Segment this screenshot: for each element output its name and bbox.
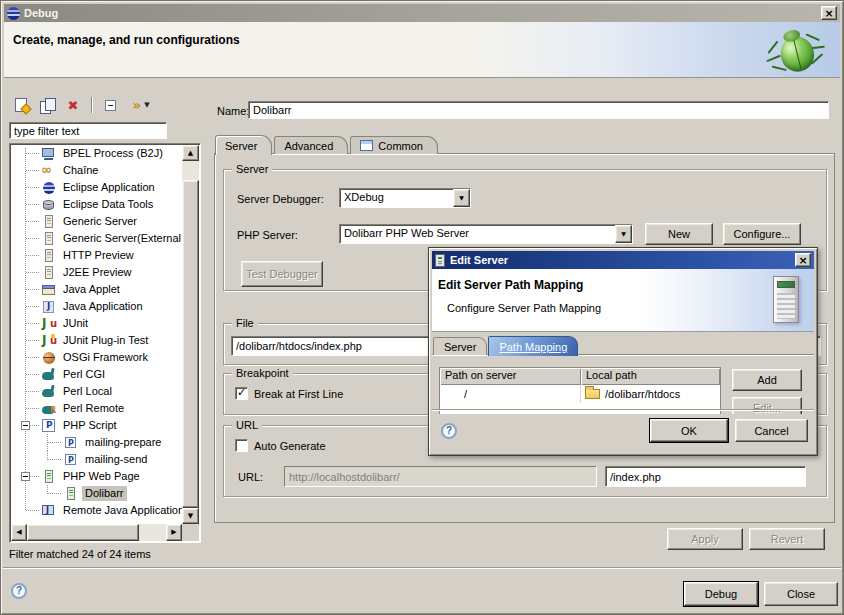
new-configuration-button[interactable]	[9, 94, 33, 116]
help-icon: ?	[446, 425, 452, 437]
tree-item-junit-plug-in-test[interactable]: JUnit Plug-in Test	[11, 332, 183, 349]
dropdown-icon: ▼	[621, 231, 626, 237]
tree-item-java-applet[interactable]: Java Applet	[11, 281, 183, 298]
tree-item-mailing-send[interactable]: mailing-send	[11, 451, 183, 468]
url-path-input[interactable]	[605, 466, 806, 487]
tree-item-label: Eclipse Application	[60, 180, 158, 195]
tree-item-eclipse-data-tools[interactable]: Eclipse Data Tools	[11, 196, 183, 213]
tree-viewport[interactable]: BPEL Process (B2J)ChaîneEclipse Applicat…	[11, 145, 183, 524]
break-at-first-line-checkbox[interactable]: ✓	[235, 387, 248, 400]
database-icon	[41, 197, 57, 213]
tree-item-mailing-prepare[interactable]: mailing-prepare	[11, 434, 183, 451]
collapse-toggle[interactable]	[21, 421, 30, 430]
help-button[interactable]: ?	[11, 583, 27, 599]
path-mapping-table[interactable]: Path on server Local path //dolibarr/htd…	[439, 367, 721, 414]
check-icon: ✓	[237, 387, 246, 398]
debug-button[interactable]: Debug	[684, 582, 758, 606]
dialog-tabs: Server Path Mapping	[433, 334, 578, 355]
tree-item-osgi-framework[interactable]: OSGi Framework	[11, 349, 183, 366]
collapse-all-icon	[105, 100, 116, 111]
collapse-all-button[interactable]	[98, 94, 122, 116]
configuration-name-input[interactable]	[248, 101, 829, 119]
debug-bug-icon	[761, 20, 829, 83]
window-close-button[interactable]: ×	[821, 6, 837, 20]
ok-button[interactable]: OK	[650, 419, 728, 442]
tree-item-java-application[interactable]: Java Application	[11, 298, 183, 315]
down-arrow-icon: ▼	[188, 513, 193, 520]
chain-icon	[41, 163, 57, 179]
duplicate-configuration-button[interactable]	[35, 94, 59, 116]
php-server-combo[interactable]: Dolibarr PHP Web Server ▼	[339, 224, 633, 244]
perl-icon	[41, 384, 57, 400]
tab-common[interactable]: Common	[350, 136, 438, 154]
duplicate-icon	[40, 98, 55, 113]
scroll-right-button[interactable]: ▶	[166, 524, 182, 541]
combo-dropdown-button[interactable]: ▼	[453, 189, 470, 207]
tree-vertical-scrollbar[interactable]: ▲ ▼	[182, 145, 199, 524]
configuration-tabs: Server Advanced Common	[215, 134, 438, 154]
tree-item-perl-local[interactable]: Perl Local	[11, 383, 183, 400]
tree-item-label: Generic Server(External La	[60, 231, 183, 246]
tree-item-http-preview[interactable]: HTTP Preview	[11, 247, 183, 264]
dialog-title: Edit Server	[450, 254, 790, 266]
collapse-toggle[interactable]	[21, 472, 30, 481]
tree-guide-line	[47, 485, 48, 494]
server-debugger-combo[interactable]: XDebug ▼	[339, 188, 471, 208]
dialog-tab-path-mapping[interactable]: Path Mapping	[488, 336, 578, 356]
breakpoint-group-legend: Breakpoint	[232, 367, 293, 379]
auto-generate-checkbox[interactable]: ✓	[235, 439, 248, 452]
server-icon	[41, 265, 57, 281]
column-local-path[interactable]: Local path	[581, 368, 720, 385]
scroll-left-button[interactable]: ◀	[11, 524, 27, 541]
tree-item-generic-server[interactable]: Generic Server	[11, 213, 183, 230]
tree-item-php-script[interactable]: PHP Script	[11, 417, 183, 434]
configure-server-button[interactable]: Configure...	[723, 223, 801, 245]
tree-item-dolibarr[interactable]: Dolibarr	[11, 485, 183, 502]
tree-item-bpel-process-b2j[interactable]: BPEL Process (B2J)	[11, 145, 183, 162]
tree-item-label: Chaîne	[60, 163, 101, 178]
filter-launch-configurations-button[interactable]: » ▼	[124, 94, 158, 116]
up-arrow-icon: ▲	[188, 150, 193, 157]
combo-dropdown-button[interactable]: ▼	[615, 225, 632, 243]
tree-item-label: Java Application	[60, 299, 146, 314]
auto-generate-label: Auto Generate	[254, 440, 326, 452]
scroll-up-button[interactable]: ▲	[182, 145, 199, 161]
tree-item-label: OSGi Framework	[60, 350, 151, 365]
new-configuration-icon	[15, 98, 27, 112]
tree-item-eclipse-application[interactable]: Eclipse Application	[11, 179, 183, 196]
tree-item-label: PHP Script	[60, 418, 120, 433]
vertical-scroll-thumb[interactable]	[182, 180, 199, 508]
left-arrow-icon: ◀	[16, 529, 21, 536]
tree-horizontal-scrollbar[interactable]: ◀ ▶	[11, 524, 182, 541]
tree-item-php-web-page[interactable]: PHP Web Page	[11, 468, 183, 485]
tree-item-label: Perl CGI	[60, 367, 108, 382]
file-group-legend: File	[232, 317, 258, 329]
dialog-tab-server[interactable]: Server	[433, 337, 487, 355]
path-mapping-row[interactable]: //dolibarr/htdocs	[440, 385, 720, 403]
delete-configuration-button[interactable]: ✖	[61, 94, 85, 116]
tab-advanced[interactable]: Advanced	[274, 136, 348, 154]
server-icon	[41, 214, 57, 230]
horizontal-scroll-thumb[interactable]	[27, 524, 139, 541]
server-tower-icon	[773, 276, 799, 323]
dialog-close-button[interactable]: ×	[795, 253, 811, 267]
tree-item-generic-server-external-la[interactable]: Generic Server(External La	[11, 230, 183, 247]
column-path-on-server[interactable]: Path on server	[440, 368, 581, 385]
close-button[interactable]: Close	[764, 582, 838, 606]
tree-item-junit[interactable]: JUnit	[11, 315, 183, 332]
scroll-down-button[interactable]: ▼	[182, 508, 199, 524]
tree-item-perl-cgi[interactable]: Perl CGI	[11, 366, 183, 383]
add-mapping-button[interactable]: Add	[732, 369, 802, 391]
new-server-button[interactable]: New	[645, 223, 713, 245]
dialog-heading: Edit Server Path Mapping	[438, 278, 583, 292]
tree-item-j2ee-preview[interactable]: J2EE Preview	[11, 264, 183, 281]
tree-item-cha-ne[interactable]: Chaîne	[11, 162, 183, 179]
dialog-help-button[interactable]: ?	[441, 423, 457, 439]
tree-item-label: Remote Java Application	[60, 503, 183, 518]
tree-item-perl-remote[interactable]: Perl Remote	[11, 400, 183, 417]
tab-server[interactable]: Server	[215, 135, 272, 155]
tree-item-remote-java-application[interactable]: Remote Java Application	[11, 502, 183, 519]
filter-input[interactable]	[9, 122, 167, 139]
dialog-titlebar: Edit Server ×	[432, 251, 814, 269]
cancel-button[interactable]: Cancel	[735, 419, 808, 442]
